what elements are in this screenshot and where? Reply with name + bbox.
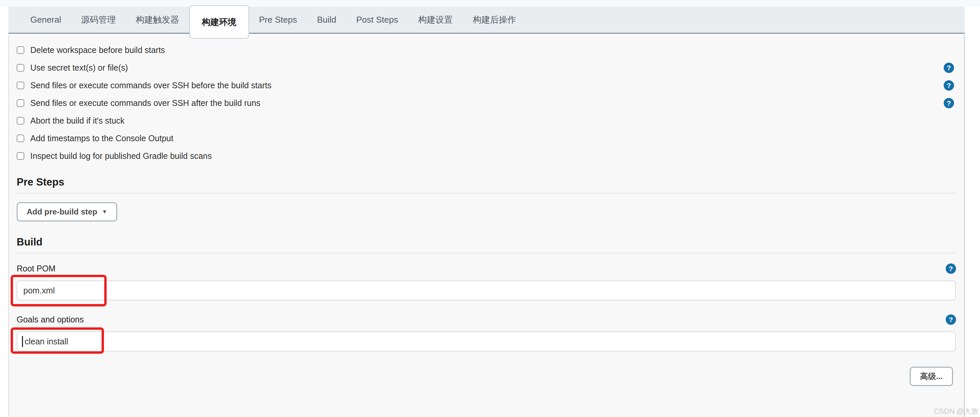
root-pom-label: Root POM <box>17 264 56 274</box>
option-delete-workspace: Delete workspace before build starts <box>17 41 956 59</box>
checkbox-label[interactable]: Send files or execute commands over SSH … <box>30 81 272 90</box>
tab-build-environment[interactable]: 构建环境 <box>189 5 249 39</box>
help-icon[interactable]: ? <box>944 80 954 91</box>
config-tabbar: General 源码管理 构建触发器 构建环境 Pre Steps Build … <box>8 7 965 34</box>
help-icon[interactable]: ? <box>946 263 956 274</box>
option-ssh-after-build: Send files or execute commands over SSH … <box>17 94 956 112</box>
pre-steps-heading: Pre Steps <box>17 176 956 188</box>
help-icon[interactable]: ? <box>944 98 954 108</box>
csdn-watermark: CSDN @大敌 <box>934 406 978 416</box>
tab-pre-steps[interactable]: Pre Steps <box>249 7 307 33</box>
build-environment-panel: Delete workspace before build starts Use… <box>8 35 965 417</box>
delete-workspace-checkbox[interactable] <box>17 46 24 54</box>
use-secret-checkbox[interactable] <box>17 64 24 72</box>
option-use-secret: Use secret text(s) or file(s) ? <box>17 59 956 76</box>
add-pre-build-step-label: Add pre-build step <box>27 207 97 216</box>
tab-source-code-management[interactable]: 源码管理 <box>71 7 126 33</box>
text-cursor <box>22 336 23 347</box>
add-timestamps-checkbox[interactable] <box>17 135 24 142</box>
goals-and-options-label: Goals and options <box>17 315 84 325</box>
section-divider <box>17 193 956 194</box>
build-heading: Build <box>17 236 956 248</box>
help-icon[interactable]: ? <box>946 314 956 325</box>
jenkins-config-page: General 源码管理 构建触发器 构建环境 Pre Steps Build … <box>0 0 980 417</box>
top-margin-band <box>0 0 980 7</box>
chevron-down-icon: ▼ <box>102 209 107 215</box>
ssh-after-build-checkbox[interactable] <box>17 99 24 107</box>
build-environment-options: Delete workspace before build starts Use… <box>17 35 956 165</box>
tab-post-steps[interactable]: Post Steps <box>347 7 408 33</box>
inspect-gradle-log-checkbox[interactable] <box>17 152 24 160</box>
goals-and-options-input[interactable] <box>17 331 956 352</box>
help-icon[interactable]: ? <box>944 63 954 73</box>
section-divider <box>17 253 956 253</box>
tab-build-triggers[interactable]: 构建触发器 <box>126 7 189 33</box>
checkbox-label[interactable]: Abort the build if it's stuck <box>30 116 124 126</box>
advanced-button[interactable]: 高级... <box>910 367 953 386</box>
tab-post-build-actions[interactable]: 构建后操作 <box>463 7 526 33</box>
config-container: General 源码管理 构建触发器 构建环境 Pre Steps Build … <box>8 7 965 417</box>
root-pom-label-row: Root POM ? <box>17 263 956 274</box>
option-ssh-before-build: Send files or execute commands over SSH … <box>17 76 956 94</box>
checkbox-label[interactable]: Use secret text(s) or file(s) <box>30 63 128 73</box>
option-add-timestamps: Add timestamps to the Console Output <box>17 130 956 147</box>
advanced-button-row: 高级... <box>17 367 956 386</box>
tab-general[interactable]: General <box>20 7 71 33</box>
checkbox-label[interactable]: Delete workspace before build starts <box>30 45 165 55</box>
goals-label-row: Goals and options ? <box>17 314 956 325</box>
tab-build-settings[interactable]: 构建设置 <box>408 7 463 33</box>
goals-field-wrap <box>17 331 956 352</box>
tab-build[interactable]: Build <box>307 7 347 33</box>
ssh-before-build-checkbox[interactable] <box>17 81 24 89</box>
option-inspect-gradle-log: Inspect build log for published Gradle b… <box>17 147 956 165</box>
abort-stuck-checkbox[interactable] <box>17 117 24 124</box>
checkbox-label[interactable]: Send files or execute commands over SSH … <box>30 98 261 108</box>
add-pre-build-step-button[interactable]: Add pre-build step ▼ <box>17 202 117 221</box>
option-abort-stuck: Abort the build if it's stuck <box>17 112 956 130</box>
root-pom-input[interactable] <box>17 280 956 301</box>
checkbox-label[interactable]: Inspect build log for published Gradle b… <box>30 151 212 161</box>
root-pom-field-wrap <box>17 280 956 301</box>
checkbox-label[interactable]: Add timestamps to the Console Output <box>30 134 173 143</box>
